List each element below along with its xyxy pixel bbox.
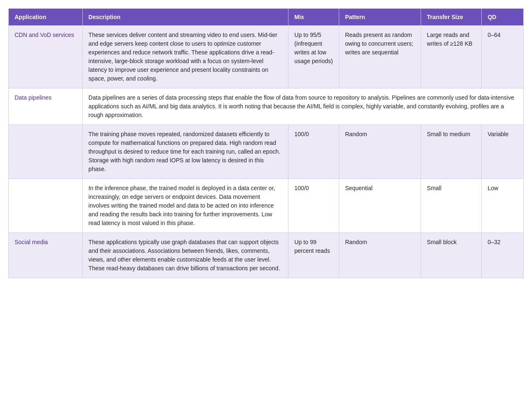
app-cell: Data pipelines [9, 88, 83, 125]
description-cell: These applications typically use graph d… [82, 233, 288, 278]
description-cell: The training phase moves repeated, rando… [82, 125, 288, 179]
col-header-pattern: Pattern [339, 9, 421, 26]
data-table: Application Description Mix Pattern Tran… [8, 8, 524, 278]
app-cell [9, 125, 83, 179]
col-header-transfer-size: Transfer Size [421, 9, 482, 26]
table-row: In the inference phase, the trained mode… [9, 179, 524, 233]
transfer-size-cell: Large reads and writes of ≥128 KB [421, 26, 482, 88]
app-cell: CDN and VoD services [9, 26, 83, 88]
pattern-cell: Random [339, 125, 421, 179]
pattern-cell: Reads present as random owing to concurr… [339, 26, 421, 88]
pattern-cell: Random [339, 233, 421, 278]
mix-cell: 100/0 [288, 125, 339, 179]
qd-cell: Low [482, 179, 524, 233]
qd-cell: Variable [482, 125, 524, 179]
app-cell: Social media [9, 233, 83, 278]
col-header-qd: QD [482, 9, 524, 26]
transfer-size-cell: Small to medium [421, 125, 482, 179]
mix-cell: Up to 95/5 (infrequent writes at low usa… [288, 26, 339, 88]
pattern-cell: Sequential [339, 179, 421, 233]
description-cell: These services deliver content and strea… [82, 26, 288, 88]
qd-cell: 0–64 [482, 26, 524, 88]
description-cell: Data pipelines are a series of data proc… [82, 88, 523, 125]
mix-cell: 100/0 [288, 179, 339, 233]
transfer-size-cell: Small [421, 179, 482, 233]
table-row: CDN and VoD servicesThese services deliv… [9, 26, 524, 88]
description-cell: In the inference phase, the trained mode… [82, 179, 288, 233]
table-row: The training phase moves repeated, rando… [9, 125, 524, 179]
qd-cell: 0–32 [482, 233, 524, 278]
col-header-mix: Mix [288, 9, 339, 26]
mix-cell: Up to 99 percent reads [288, 233, 339, 278]
table-row: Data pipelinesData pipelines are a serie… [9, 88, 524, 125]
col-header-application: Application [9, 9, 83, 26]
transfer-size-cell: Small block [421, 233, 482, 278]
table-row: Social mediaThese applications typically… [9, 233, 524, 278]
app-cell [9, 179, 83, 233]
col-header-description: Description [82, 9, 288, 26]
